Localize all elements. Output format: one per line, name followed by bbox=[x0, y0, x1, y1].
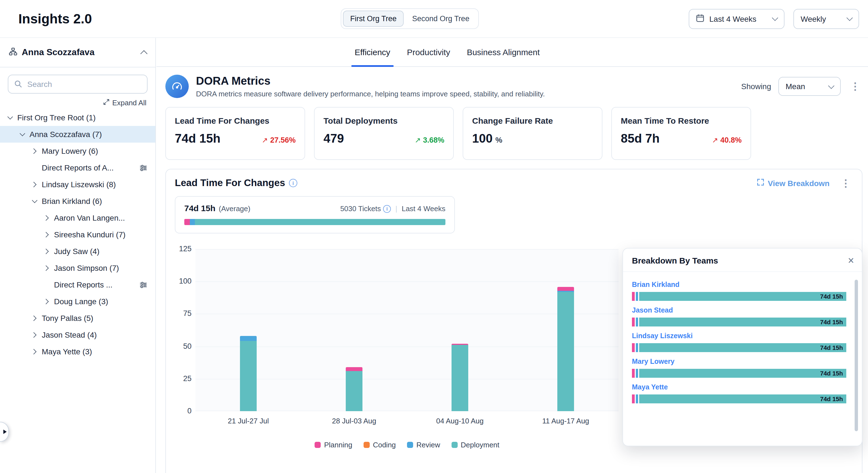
metric-card-label: Total Deployments bbox=[323, 116, 444, 125]
org-tree-option[interactable]: Second Org Tree bbox=[405, 10, 477, 27]
breakdown-row: Maya Yette74d 15h bbox=[632, 382, 846, 403]
distribution-segment-deployment bbox=[195, 219, 445, 225]
legend-label: Review bbox=[416, 441, 440, 449]
breakdown-row: Jason Stead74d 15h bbox=[632, 305, 846, 326]
dora-gauge-icon bbox=[165, 75, 189, 98]
tree-item-label: Brian Kirkland (6) bbox=[42, 197, 102, 206]
tree-caret-icon[interactable] bbox=[30, 314, 39, 323]
gridline bbox=[195, 314, 619, 315]
tree-item[interactable]: Maya Yette (3) bbox=[0, 343, 155, 360]
team-link[interactable]: Brian Kirkland bbox=[632, 281, 680, 289]
expand-all-button[interactable]: Expand All bbox=[103, 98, 147, 107]
tree-item[interactable]: Aaron Van Langen... bbox=[0, 209, 155, 226]
tree-item-label: Direct Reports of A... bbox=[42, 163, 114, 172]
tree-caret-icon[interactable] bbox=[42, 247, 51, 256]
gridline bbox=[195, 379, 619, 379]
filter-sliders-icon[interactable] bbox=[139, 280, 148, 289]
trend-badge: ↗27.56% bbox=[262, 136, 296, 144]
sidebar-header[interactable]: Anna Scozzafava bbox=[0, 38, 155, 67]
tree-item[interactable]: Brian Kirkland (6) bbox=[0, 193, 155, 209]
tree-item[interactable]: Tony Pallas (5) bbox=[0, 310, 155, 326]
breakdown-bar: 74d 15h bbox=[632, 394, 846, 403]
tab-efficiency[interactable]: Efficiency bbox=[353, 38, 392, 66]
breakdown-bar: 74d 15h bbox=[632, 369, 846, 378]
legend-item-review[interactable]: Review bbox=[407, 441, 440, 449]
expand-all-label: Expand All bbox=[112, 98, 147, 107]
tree-item[interactable]: Anna Scozzafava (7) bbox=[0, 126, 155, 143]
trend-badge: ↗40.8% bbox=[712, 136, 742, 144]
tree-item[interactable]: Sireesha Kunduri (7) bbox=[0, 226, 155, 243]
tree-item[interactable]: Lindsay Liszewski (8) bbox=[0, 176, 155, 193]
info-icon[interactable] bbox=[383, 205, 391, 212]
tree-caret-icon[interactable] bbox=[18, 130, 27, 139]
org-tree-option[interactable]: First Org Tree bbox=[343, 10, 404, 27]
tree-caret-icon[interactable] bbox=[30, 197, 39, 206]
date-range-select[interactable]: Last 4 Weeks bbox=[689, 9, 784, 29]
breakdown-title: Breakdown By Teams bbox=[632, 256, 718, 265]
tab-productivity[interactable]: Productivity bbox=[406, 38, 451, 66]
tree-item[interactable]: Jason Stead (4) bbox=[0, 326, 155, 343]
tree-caret-icon[interactable] bbox=[30, 147, 39, 155]
tree-item[interactable]: Direct Reports of A... bbox=[0, 159, 155, 176]
breakdown-row: Brian Kirkland74d 15h bbox=[632, 279, 846, 301]
main-tabs: EfficiencyProductivityBusiness Alignment bbox=[156, 38, 868, 67]
lead-time-actions: View Breakdown ⋮ bbox=[757, 178, 853, 188]
app-window: Insights 2.0 First Org TreeSecond Org Tr… bbox=[0, 0, 868, 473]
team-link[interactable]: Lindsay Liszewski bbox=[632, 332, 693, 340]
tree-item[interactable]: Direct Reports ... bbox=[0, 276, 155, 293]
team-link[interactable]: Mary Lowery bbox=[632, 358, 675, 365]
close-icon[interactable]: × bbox=[848, 255, 854, 266]
tree-caret-icon[interactable] bbox=[30, 330, 39, 339]
chevron-right-icon bbox=[3, 430, 6, 434]
bar-segment-deployment bbox=[240, 341, 257, 411]
search-icon bbox=[14, 80, 22, 90]
breakdown-bar: 74d 15h bbox=[632, 318, 846, 326]
summary-meta: 5030 Tickets | Last 4 Weeks bbox=[340, 204, 445, 213]
aggregation-select[interactable]: Mean bbox=[778, 77, 841, 96]
breakdown-header: Breakdown By Teams × bbox=[623, 248, 862, 272]
dora-description: DORA metrics measure software delivery p… bbox=[196, 90, 545, 98]
lead-time-panel: Lead Time For Changes View Breakdown ⋮ 7… bbox=[165, 169, 862, 473]
gridline bbox=[195, 346, 619, 347]
legend-label: Planning bbox=[324, 441, 352, 449]
view-breakdown-button[interactable]: View Breakdown bbox=[757, 178, 830, 188]
bar-segment-deployment: 74d 15h bbox=[639, 318, 846, 326]
legend-item-planning[interactable]: Planning bbox=[315, 441, 352, 449]
chevron-up-icon[interactable] bbox=[140, 50, 147, 57]
metric-card-value: 74d 15h bbox=[175, 131, 220, 145]
tree-caret-icon[interactable] bbox=[30, 347, 39, 356]
bar-segment-review bbox=[557, 291, 574, 292]
kebab-menu-icon[interactable]: ⋮ bbox=[848, 81, 862, 91]
metric-card: Mean Time To Restore85d 7h↗40.8% bbox=[611, 107, 751, 160]
tree-caret-icon[interactable] bbox=[30, 180, 39, 189]
scrollbar-thumb[interactable] bbox=[855, 280, 858, 431]
sidebar-search bbox=[8, 75, 148, 94]
calendar-icon bbox=[696, 13, 704, 24]
tree-item[interactable]: Judy Saw (4) bbox=[0, 243, 155, 260]
tree-item[interactable]: Jason Simpson (7) bbox=[0, 260, 155, 276]
legend-item-coding[interactable]: Coding bbox=[363, 441, 396, 449]
granularity-select[interactable]: Weekly bbox=[794, 9, 859, 29]
tree-item[interactable]: Doug Lange (3) bbox=[0, 293, 155, 310]
tree-caret-icon[interactable] bbox=[42, 213, 51, 222]
team-link[interactable]: Jason Stead bbox=[632, 306, 673, 314]
metric-card-value: 479 bbox=[323, 131, 344, 145]
tree-caret-icon[interactable] bbox=[42, 230, 51, 239]
kebab-menu-icon[interactable]: ⋮ bbox=[838, 178, 853, 188]
showing-label: Showing bbox=[741, 82, 771, 91]
tree-caret-icon[interactable] bbox=[6, 113, 14, 122]
tab-business-alignment[interactable]: Business Alignment bbox=[466, 38, 541, 66]
tree-item-label: Anna Scozzafava (7) bbox=[30, 130, 102, 139]
tree-item[interactable]: Mary Lowery (6) bbox=[0, 143, 155, 159]
search-input[interactable] bbox=[8, 75, 148, 94]
legend-item-deployment[interactable]: Deployment bbox=[451, 441, 499, 449]
tree-caret-icon[interactable] bbox=[42, 264, 51, 272]
breakdown-value: 74d 15h bbox=[820, 292, 846, 301]
team-link[interactable]: Maya Yette bbox=[632, 383, 668, 391]
tree-item[interactable]: First Org Tree Root (1) bbox=[0, 109, 155, 126]
y-axis-tick: 75 bbox=[175, 309, 191, 318]
info-icon[interactable] bbox=[289, 179, 297, 187]
tree-caret-icon[interactable] bbox=[42, 297, 51, 306]
tree-item-label: Tony Pallas (5) bbox=[42, 314, 93, 323]
filter-sliders-icon[interactable] bbox=[139, 164, 148, 172]
